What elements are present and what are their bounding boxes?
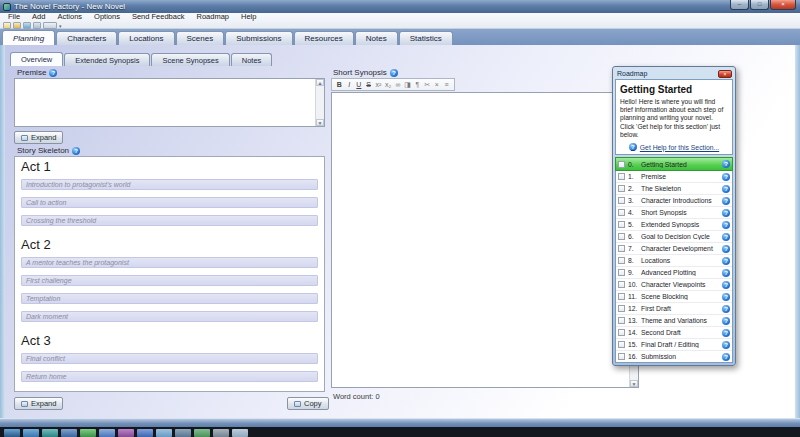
format-button[interactable]: x² — [374, 79, 383, 90]
step-checkbox[interactable] — [618, 317, 625, 324]
main-tab[interactable]: Statistics — [399, 31, 453, 45]
step-help-icon[interactable] — [722, 245, 730, 253]
maximize-button[interactable]: □ — [750, 0, 769, 10]
roadmap-step-row[interactable]: 14. Second Draft — [616, 326, 732, 338]
taskbar[interactable] — [0, 427, 800, 437]
skeleton-copy-button[interactable]: Copy — [287, 397, 329, 410]
skeleton-expand-button[interactable]: Expand — [14, 397, 63, 410]
taskbar-item[interactable] — [213, 429, 229, 437]
menu-item[interactable]: File — [2, 13, 26, 21]
roadmap-title-bar[interactable]: Roadmap × — [615, 69, 733, 79]
step-help-icon[interactable] — [722, 293, 730, 301]
roadmap-step-row[interactable]: 2. The Skeleton — [616, 182, 732, 194]
skeleton-step[interactable]: Call to action — [21, 197, 318, 208]
skeleton-step[interactable]: Dark moment — [21, 311, 318, 322]
step-checkbox[interactable] — [618, 341, 625, 348]
menu-item[interactable]: Send Feedback — [126, 13, 191, 21]
format-button[interactable]: I — [345, 79, 354, 90]
step-checkbox[interactable] — [618, 173, 625, 180]
step-checkbox[interactable] — [618, 305, 625, 312]
roadmap-step-row[interactable]: 16. Submission — [616, 350, 732, 362]
chevron-down-icon[interactable]: ▾ — [59, 23, 62, 29]
roadmap-step-row[interactable]: 11. Scene Blocking — [616, 290, 732, 302]
format-button[interactable]: S — [364, 79, 373, 90]
step-help-icon[interactable] — [722, 160, 730, 168]
premise-expand-button[interactable]: Expand — [14, 131, 63, 144]
roadmap-step-row[interactable]: 7. Character Development — [616, 242, 732, 254]
menu-item[interactable]: Help — [235, 13, 262, 21]
format-button[interactable]: ✂ — [423, 79, 432, 90]
title-bar[interactable]: The Novel Factory - New Novel – □ × — [0, 0, 800, 13]
skeleton-step[interactable]: A mentor teaches the protagonist — [21, 257, 318, 268]
roadmap-step-row[interactable]: 3. Character Introductions — [616, 194, 732, 206]
roadmap-step-row[interactable]: 10. Character Viewpoints — [616, 278, 732, 290]
main-tab[interactable]: Locations — [118, 31, 174, 45]
roadmap-step-row[interactable]: 13. Theme and Variations — [616, 314, 732, 326]
step-help-icon[interactable] — [722, 173, 730, 181]
taskbar-item[interactable] — [99, 429, 115, 437]
format-button[interactable]: U — [355, 79, 364, 90]
skeleton-step[interactable]: Return home — [21, 371, 318, 382]
roadmap-step-row[interactable]: 9. Advanced Plotting — [616, 266, 732, 278]
close-button[interactable]: × — [770, 0, 796, 10]
format-button[interactable]: ≡ — [442, 79, 451, 90]
step-help-icon[interactable] — [722, 353, 730, 361]
roadmap-step-row[interactable]: 1. Premise — [616, 170, 732, 182]
step-checkbox[interactable] — [618, 353, 625, 360]
planning-subtab[interactable]: Overview — [10, 52, 63, 66]
taskbar-item[interactable] — [23, 429, 39, 437]
step-help-icon[interactable] — [722, 329, 730, 337]
format-button[interactable]: ¶ — [413, 79, 422, 90]
roadmap-help-link[interactable]: Get Help for this Section... — [620, 143, 728, 151]
step-checkbox[interactable] — [618, 221, 625, 228]
roadmap-step-row[interactable]: 15. Final Draft / Editing — [616, 338, 732, 350]
roadmap-step-row[interactable]: 4. Short Synopsis — [616, 206, 732, 218]
step-checkbox[interactable] — [618, 281, 625, 288]
scroll-down-icon[interactable]: ▼ — [630, 380, 638, 387]
main-tab[interactable]: Planning — [2, 30, 55, 45]
main-tab[interactable]: Characters — [56, 31, 117, 45]
roadmap-step-row[interactable]: 5. Extended Synopsis — [616, 218, 732, 230]
step-checkbox[interactable] — [618, 293, 625, 300]
taskbar-item[interactable] — [137, 429, 153, 437]
skeleton-step[interactable]: Final conflict — [21, 353, 318, 364]
format-button[interactable]: × — [433, 79, 442, 90]
menu-item[interactable]: Add — [26, 13, 51, 21]
step-help-icon[interactable] — [722, 281, 730, 289]
menu-item[interactable]: Actions — [51, 13, 88, 21]
scroll-up-icon[interactable]: ▲ — [316, 79, 324, 86]
step-checkbox[interactable] — [618, 233, 625, 240]
step-checkbox[interactable] — [618, 209, 625, 216]
menu-item[interactable]: Options — [88, 13, 126, 21]
roadmap-step-row[interactable]: 6. Goal to Decision Cycle — [616, 230, 732, 242]
taskbar-item[interactable] — [61, 429, 77, 437]
step-checkbox[interactable] — [618, 329, 625, 336]
step-help-icon[interactable] — [722, 197, 730, 205]
minimize-button[interactable]: – — [730, 0, 749, 10]
main-tab[interactable]: Notes — [355, 31, 398, 45]
skeleton-step[interactable]: Introduction to protagonist's world — [21, 179, 318, 190]
format-button[interactable]: ◨ — [403, 79, 412, 90]
taskbar-item[interactable] — [42, 429, 58, 437]
menu-item[interactable]: Roadmap — [190, 13, 235, 21]
synopsis-help-icon[interactable] — [390, 69, 398, 77]
open-icon[interactable] — [13, 22, 21, 29]
taskbar-item[interactable] — [232, 429, 248, 437]
taskbar-item[interactable] — [175, 429, 191, 437]
taskbar-item[interactable] — [156, 429, 172, 437]
step-checkbox[interactable] — [618, 257, 625, 264]
main-tab[interactable]: Resources — [294, 31, 354, 45]
step-help-icon[interactable] — [722, 221, 730, 229]
main-tab[interactable]: Submissions — [225, 31, 292, 45]
step-help-icon[interactable] — [722, 209, 730, 217]
planning-subtab[interactable]: Extended Synopsis — [64, 53, 150, 66]
planning-subtab[interactable]: Scene Synopses — [151, 53, 229, 66]
save-icon[interactable] — [23, 22, 31, 29]
premise-help-icon[interactable] — [49, 69, 57, 77]
roadmap-step-row[interactable]: 12. First Draft — [616, 302, 732, 314]
roadmap-step-row[interactable]: 8. Locations — [616, 254, 732, 266]
taskbar-item[interactable] — [118, 429, 134, 437]
skeleton-help-icon[interactable] — [72, 147, 80, 155]
skeleton-step[interactable]: First challenge — [21, 275, 318, 286]
step-checkbox[interactable] — [618, 197, 625, 204]
